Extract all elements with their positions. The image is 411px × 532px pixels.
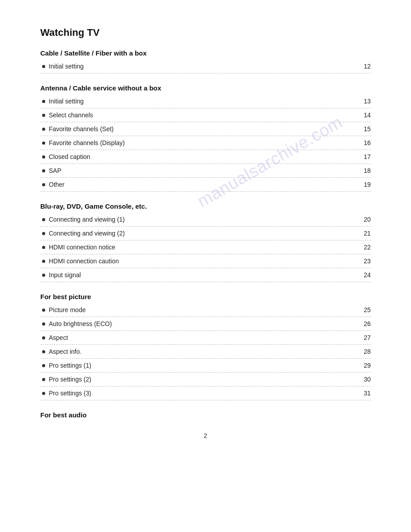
bullet-icon bbox=[42, 114, 45, 117]
toc-item-page: 25 bbox=[360, 306, 371, 313]
toc-item-label: Initial setting bbox=[49, 98, 84, 105]
toc-item-page: 27 bbox=[360, 334, 371, 341]
toc-item-label: Pro settings (1) bbox=[49, 362, 91, 369]
toc-item-label: Other bbox=[49, 181, 64, 188]
bullet-icon bbox=[42, 100, 45, 103]
toc-item-page: 29 bbox=[360, 362, 371, 369]
toc-item-left: Pro settings (2) bbox=[40, 376, 91, 383]
toc-item-page: 14 bbox=[360, 112, 371, 119]
toc-item: Favorite channels (Display)16 bbox=[40, 136, 371, 150]
toc-item-page: 20 bbox=[360, 216, 371, 223]
toc-item-label: Favorite channels (Set) bbox=[49, 125, 114, 133]
toc-item-left: Pro settings (3) bbox=[40, 390, 91, 397]
toc-item-page: 13 bbox=[360, 98, 371, 105]
toc-item: Favorite channels (Set)15 bbox=[40, 122, 371, 136]
page-title: Watching TV bbox=[40, 27, 371, 39]
section-heading-bluray-dvd: Blu-ray, DVD, Game Console, etc. bbox=[40, 202, 371, 210]
toc-item-page: 15 bbox=[360, 125, 371, 133]
toc-item-left: Connecting and viewing (1) bbox=[40, 216, 125, 223]
toc-container: Cable / Satellite / Fiber with a boxInit… bbox=[40, 49, 371, 419]
toc-item-label: Pro settings (2) bbox=[49, 376, 91, 383]
toc-item-page: 24 bbox=[360, 271, 371, 279]
section-heading-best-picture: For best picture bbox=[40, 293, 371, 300]
bullet-icon bbox=[42, 65, 45, 68]
toc-item-label: Select channels bbox=[49, 112, 93, 119]
toc-item-label: HDMI connection notice bbox=[49, 244, 116, 251]
toc-item: Input signal24 bbox=[40, 268, 371, 282]
toc-item-left: Picture mode bbox=[40, 306, 86, 313]
section-heading-cable-satellite: Cable / Satellite / Fiber with a box bbox=[40, 49, 371, 57]
toc-item-left: Aspect bbox=[40, 334, 68, 341]
toc-item: SAP18 bbox=[40, 164, 371, 178]
bullet-icon bbox=[42, 309, 45, 312]
toc-item-page: 23 bbox=[360, 257, 371, 265]
toc-item-page: 28 bbox=[360, 348, 371, 355]
bullet-icon bbox=[42, 378, 45, 381]
toc-item-label: Picture mode bbox=[49, 306, 86, 313]
toc-item-label: Pro settings (3) bbox=[49, 390, 91, 397]
bullet-icon bbox=[42, 260, 45, 263]
toc-item: Connecting and viewing (2)21 bbox=[40, 227, 371, 240]
toc-item-label: Aspect bbox=[49, 334, 68, 341]
toc-item-left: Initial setting bbox=[40, 98, 84, 105]
toc-item-label: Input signal bbox=[49, 271, 81, 279]
toc-item-page: 30 bbox=[360, 376, 371, 383]
toc-item-label: Favorite channels (Display) bbox=[49, 139, 125, 146]
toc-item-left: HDMI connection notice bbox=[40, 244, 116, 251]
bullet-icon bbox=[42, 169, 45, 172]
section-heading-best-audio: For best audio bbox=[40, 411, 371, 419]
bullet-icon bbox=[42, 155, 45, 159]
toc-item-left: Closed caption bbox=[40, 153, 90, 160]
toc-item: Pro settings (2)30 bbox=[40, 373, 371, 386]
toc-item-page: 16 bbox=[360, 139, 371, 146]
toc-item-page: 31 bbox=[360, 390, 371, 397]
toc-item: Other19 bbox=[40, 178, 371, 192]
toc-item-page: 17 bbox=[360, 153, 371, 160]
toc-item: Pro settings (3)31 bbox=[40, 386, 371, 400]
toc-item-left: Other bbox=[40, 181, 64, 188]
page-number: 2 bbox=[40, 432, 371, 439]
toc-item-left: Auto brightness (ECO) bbox=[40, 320, 112, 327]
toc-item: Aspect info.28 bbox=[40, 345, 371, 359]
bullet-icon bbox=[42, 336, 45, 339]
toc-item-left: Aspect info. bbox=[40, 348, 81, 355]
toc-item: HDMI connection notice22 bbox=[40, 240, 371, 254]
toc-item-left: Initial setting bbox=[40, 63, 84, 70]
toc-item-left: Favorite channels (Set) bbox=[40, 125, 114, 133]
toc-item: Closed caption17 bbox=[40, 150, 371, 164]
toc-item-label: HDMI connection caution bbox=[49, 257, 119, 265]
toc-item-label: Connecting and viewing (2) bbox=[49, 230, 125, 237]
toc-item-left: Input signal bbox=[40, 271, 81, 279]
toc-item-page: 12 bbox=[360, 63, 371, 70]
toc-item-page: 18 bbox=[360, 167, 371, 174]
bullet-icon bbox=[42, 142, 45, 145]
bullet-icon bbox=[42, 183, 45, 186]
toc-item-label: Aspect info. bbox=[49, 348, 81, 355]
toc-item-page: 19 bbox=[360, 181, 371, 188]
bullet-icon bbox=[42, 128, 45, 131]
toc-item-left: Connecting and viewing (2) bbox=[40, 230, 125, 237]
toc-item: Aspect27 bbox=[40, 331, 371, 345]
bullet-icon bbox=[42, 392, 45, 395]
bullet-icon bbox=[42, 246, 45, 249]
toc-item-label: Closed caption bbox=[49, 153, 90, 160]
bullet-icon bbox=[42, 364, 45, 367]
toc-item-label: SAP bbox=[49, 167, 61, 174]
toc-item: Picture mode25 bbox=[40, 303, 371, 317]
toc-item-left: HDMI connection caution bbox=[40, 257, 119, 265]
toc-item-label: Connecting and viewing (1) bbox=[49, 216, 125, 223]
bullet-icon bbox=[42, 322, 45, 326]
toc-item-page: 26 bbox=[360, 320, 371, 327]
toc-item: Select channels14 bbox=[40, 108, 371, 122]
toc-item: Connecting and viewing (1)20 bbox=[40, 213, 371, 227]
toc-item: Auto brightness (ECO)26 bbox=[40, 317, 371, 331]
toc-item-label: Initial setting bbox=[49, 63, 84, 70]
bullet-icon bbox=[42, 274, 45, 277]
toc-item-left: Select channels bbox=[40, 112, 93, 119]
toc-item: Initial setting13 bbox=[40, 94, 371, 108]
toc-item-label: Auto brightness (ECO) bbox=[49, 320, 112, 327]
toc-item-left: Pro settings (1) bbox=[40, 362, 91, 369]
bullet-icon bbox=[42, 232, 45, 235]
toc-item-page: 21 bbox=[360, 230, 371, 237]
toc-item: Initial setting12 bbox=[40, 60, 371, 73]
